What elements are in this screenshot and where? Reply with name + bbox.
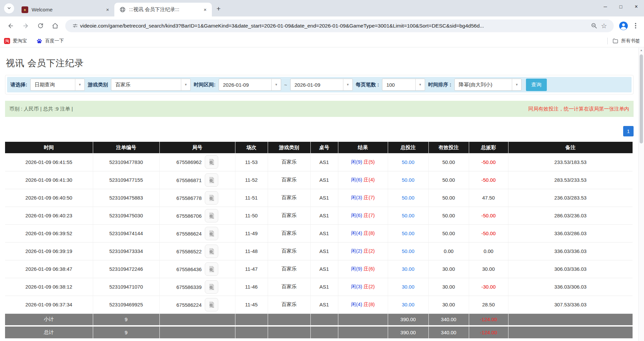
scrollbar-thumb[interactable]: [640, 54, 643, 143]
result-banker: 庄(6): [364, 266, 375, 271]
empty-cell: [508, 326, 633, 338]
column-header: 有效投注: [428, 142, 469, 153]
cell-game-kind: 百家乐: [268, 296, 310, 313]
maximize-button[interactable]: □: [613, 0, 629, 13]
cell-round-id: 675586871: [159, 171, 235, 189]
zoom-out-icon[interactable]: [589, 21, 599, 31]
column-header: 总派彩: [469, 142, 508, 153]
result-player: 闲(4): [351, 301, 362, 307]
cell-payout: 30.00: [469, 260, 508, 278]
cell-result: 闲(4)庄(8): [338, 296, 388, 313]
cell-total-bet: 50.00: [388, 207, 428, 224]
cell-session: 11-47: [235, 260, 268, 278]
empty-cell: [159, 313, 235, 326]
tab-bet-record[interactable]: :::视讯 会员下注纪录::: ×: [114, 3, 212, 16]
back-button[interactable]: [4, 19, 17, 32]
table-row: 2026-01-09 06:41:55 523109477830 6755869…: [5, 153, 633, 171]
browser-toolbar: videoie.com/game/betrecord_search/kind3?…: [0, 16, 644, 35]
column-header: 结果: [338, 142, 388, 153]
column-header: 游戏类别: [268, 142, 310, 153]
cell-time: 2026-01-09 06:39:52: [5, 224, 93, 242]
reload-button[interactable]: [34, 19, 47, 32]
tab-welcome[interactable]: ♠ Welcome ×: [17, 3, 114, 16]
bookmark-baidu[interactable]: 百度一下: [36, 38, 64, 44]
result-banker: 庄(7): [364, 212, 375, 218]
video-replay-button[interactable]: [205, 191, 218, 205]
game-kind-value: 百家乐: [111, 79, 181, 90]
table-row: 2026-01-09 06:38:47 523109472246 6755864…: [5, 260, 633, 278]
search-button[interactable]: 查询: [526, 79, 547, 91]
url-text[interactable]: videoie.com/game/betrecord_search/kind3?…: [80, 23, 589, 29]
result-player: 闲(2): [351, 248, 362, 254]
cell-game-kind: 百家乐: [268, 242, 310, 260]
cell-valid-bet: 50.00: [428, 153, 469, 171]
close-tab-icon[interactable]: ×: [104, 6, 111, 13]
address-bar[interactable]: videoie.com/game/betrecord_search/kind3?…: [65, 19, 614, 32]
video-replay-button[interactable]: [205, 227, 218, 240]
forward-button[interactable]: [19, 19, 32, 32]
date-end-value: 2026-01-09: [291, 79, 343, 90]
cell-time: 2026-01-09 06:38:47: [5, 260, 93, 278]
sort-select[interactable]: 降幂(由大到小) ▼: [454, 79, 522, 91]
close-tab-icon[interactable]: ×: [202, 6, 209, 13]
profile-avatar[interactable]: [618, 20, 629, 32]
video-replay-button[interactable]: [205, 280, 218, 294]
cell-bet-id: 523109475030: [93, 207, 159, 224]
game-kind-select[interactable]: 百家乐 ▼: [111, 79, 191, 91]
chevron-down-icon: ▼: [343, 79, 352, 90]
minimize-button[interactable]: ─: [598, 0, 613, 13]
cell-game-kind: 百家乐: [268, 224, 310, 242]
cell-session: 11-45: [235, 296, 268, 313]
folder-icon: [612, 38, 618, 44]
cell-round-id: 675586522: [159, 242, 235, 260]
bookmark-taobao[interactable]: 淘 爱淘宝: [4, 38, 27, 44]
cell-note: 233.53/183.53: [508, 153, 633, 171]
cell-total-bet: 30.00: [388, 278, 428, 296]
scroll-up-icon[interactable]: ▲: [639, 48, 644, 53]
new-tab-button[interactable]: +: [214, 4, 223, 13]
cell-round-id: 675586706: [159, 207, 235, 224]
subtotal-count: 9: [93, 313, 159, 326]
date-end-select[interactable]: 2026-01-09 ▼: [290, 79, 353, 91]
all-bookmarks-label[interactable]: 所有书签: [621, 38, 640, 44]
result-banker: 庄(5): [364, 159, 375, 165]
cell-round-id: 675586624: [159, 224, 235, 242]
page-size-select[interactable]: 100 ▼: [382, 79, 425, 91]
cell-payout: -50.00: [469, 153, 508, 171]
chevron-down-icon: [7, 5, 11, 11]
browser-menu-icon[interactable]: [631, 20, 641, 32]
video-replay-button[interactable]: [205, 209, 218, 222]
cell-note: 336.03/336.03: [508, 242, 633, 260]
tab-search-button[interactable]: [4, 3, 14, 13]
video-replay-button[interactable]: [205, 173, 218, 187]
video-replay-button[interactable]: [205, 155, 218, 169]
home-button[interactable]: [49, 19, 62, 32]
cell-table-no: AS1: [310, 153, 338, 171]
result-banker: 庄(2): [364, 248, 375, 254]
site-settings-icon[interactable]: [70, 21, 80, 31]
cell-valid-bet: 50.00: [428, 207, 469, 224]
table-body: 2026-01-09 06:41:55 523109477830 6755869…: [5, 153, 633, 313]
cell-game-kind: 百家乐: [268, 207, 310, 224]
page-1-button[interactable]: 1: [623, 126, 634, 136]
table-row: 2026-01-09 06:40:23 523109475030 6755867…: [5, 207, 633, 224]
empty-cell: [159, 326, 235, 338]
result-player: 闲(9): [351, 159, 362, 165]
cell-valid-bet: 50.00: [428, 171, 469, 189]
cell-time: 2026-01-09 06:39:19: [5, 242, 93, 260]
video-replay-button[interactable]: [205, 262, 218, 276]
video-replay-button[interactable]: [205, 298, 218, 311]
date-range-label: 时间区间:: [194, 82, 216, 88]
query-type-select[interactable]: 日期查询 ▼: [30, 79, 85, 91]
cell-bet-id: 523109469925: [93, 296, 159, 313]
bookmark-star-icon[interactable]: ☆: [599, 21, 609, 31]
table-header-row: 时间注单编号局号场次游戏类别桌号结果总投注有效投注总派彩备注: [5, 142, 633, 153]
date-start-select[interactable]: 2026-01-09 ▼: [219, 79, 281, 91]
cell-session: 11-53: [235, 153, 268, 171]
page-size-value: 100: [382, 79, 415, 90]
result-player: 闲(3): [351, 284, 362, 289]
total-row: 总计 9 390.00 340.00 -124.00: [5, 326, 633, 338]
round-id-text: 675586871: [176, 177, 201, 183]
close-window-button[interactable]: ×: [629, 0, 644, 13]
video-replay-button[interactable]: [205, 245, 218, 258]
